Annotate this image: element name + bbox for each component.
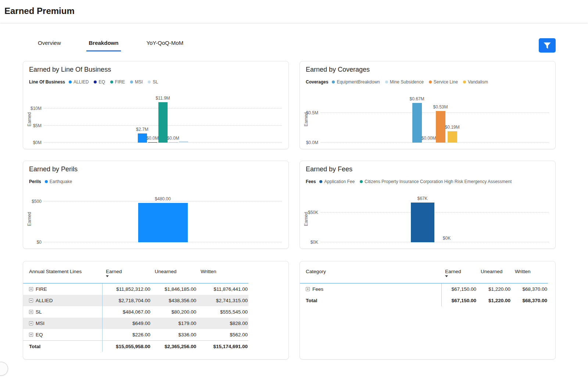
filter-button[interactable] xyxy=(539,38,556,53)
legend-label: MSI xyxy=(135,79,143,85)
bar-data-label: $0.0M xyxy=(157,136,190,141)
card-earned-by-perils: Earned by Perils Perils Earthquake Earne… xyxy=(23,161,289,249)
legend-item-earthquake[interactable]: Earthquake xyxy=(45,179,72,184)
column-header-annual-statement-lines[interactable]: Annual Statement Lines xyxy=(23,269,102,274)
y-tick-label: $500 xyxy=(5,199,42,204)
row-label: EQ xyxy=(36,332,43,337)
tab-overview[interactable]: Overview xyxy=(35,37,64,51)
legend-item-vandalism[interactable]: Vandalism xyxy=(463,79,488,85)
legend-item-application-fee[interactable]: Application Fee xyxy=(319,179,355,184)
cell-written-total: $68,370.00 xyxy=(511,295,548,306)
legend-label: EquipmentBreakdown xyxy=(337,79,380,85)
legend-color-dot xyxy=(94,81,97,83)
chart-legend: Perils Earthquake xyxy=(29,179,285,184)
app-header: Earned Premium xyxy=(0,0,588,23)
cell-unearned: $179.00 xyxy=(151,318,197,329)
column-header-unearned[interactable]: Unearned xyxy=(477,269,511,274)
legend-title: Line Of Business xyxy=(29,79,65,85)
bar-eq[interactable] xyxy=(148,142,157,143)
column-header-written[interactable]: Written xyxy=(511,269,548,274)
cell-unearned-total: $2,365,256.00 xyxy=(151,341,197,352)
column-header-written[interactable]: Written xyxy=(197,269,248,274)
table-row-eq[interactable]: EQ $226.00 $336.00 $562.00 xyxy=(23,329,248,340)
bar-data-label: $2.7M xyxy=(126,127,159,132)
column-header-label: Earned xyxy=(106,269,122,274)
column-header-label: Annual Statement Lines xyxy=(29,269,82,274)
legend-items: Earthquake xyxy=(45,179,72,184)
bar-vandalism[interactable] xyxy=(448,131,457,143)
legend-label: ALLIED xyxy=(74,79,89,85)
legend-label: Vandalism xyxy=(468,79,488,85)
legend-item-sl[interactable]: SL xyxy=(148,79,158,85)
plus-box-icon[interactable] xyxy=(306,287,310,291)
cell-written: $2,741,315.00 xyxy=(197,295,248,306)
legend-item-eq[interactable]: EQ xyxy=(94,79,105,85)
card-earned-by-line-of-business: Earned by Line Of Business Line Of Busin… xyxy=(23,61,289,149)
bar-earthquake[interactable] xyxy=(138,203,188,242)
tab-bar: Overview Breakdown YoY-QoQ-MoM xyxy=(35,37,186,51)
chart-title: Earned by Perils xyxy=(29,165,78,173)
cell-earned-total: $67,150.00 xyxy=(441,295,477,306)
cell-unearned: $1,220.00 xyxy=(477,283,511,295)
column-header-unearned[interactable]: Unearned xyxy=(151,269,197,274)
tab-breakdown[interactable]: Breakdown xyxy=(86,37,121,51)
legend-item-equipmentbreakdown[interactable]: EquipmentBreakdown xyxy=(332,79,380,85)
cell-earned: $226.00 xyxy=(102,329,151,340)
gridline xyxy=(320,242,549,242)
legend-item-fire[interactable]: FIRE xyxy=(110,79,125,85)
column-header-earned[interactable]: Earned xyxy=(102,269,151,277)
row-label-total: Total xyxy=(23,344,102,349)
plus-box-icon[interactable] xyxy=(29,333,33,337)
cell-written: $68,370.00 xyxy=(511,283,548,295)
chart-area: Earned $0K$50K$67K$0K xyxy=(306,196,549,242)
annual-statement-table: Annual Statement Lines Earned Unearned W… xyxy=(23,264,248,352)
chart-title: Earned by Line Of Business xyxy=(29,66,111,74)
column-header-category[interactable]: Category xyxy=(300,269,441,274)
row-label: ALLIED xyxy=(36,298,53,303)
legend-items: EquipmentBreakdownMine SubsidenceService… xyxy=(332,79,488,85)
caret-down-icon xyxy=(106,275,109,277)
y-tick-label: $0M xyxy=(5,140,42,146)
legend-title: Coverages xyxy=(306,79,328,85)
cell-unearned: $438,356.00 xyxy=(151,295,197,306)
table-row-allied[interactable]: ALLIED $2,718,704.00 $438,356.00 $2,741,… xyxy=(23,295,248,306)
column-header-earned[interactable]: Earned xyxy=(441,269,477,277)
cell-written-total: $15,174,691.00 xyxy=(197,341,248,352)
cell-written: $11,876,441.00 xyxy=(197,283,248,295)
cell-unearned: $80,200.00 xyxy=(151,306,197,318)
row-label: FIRE xyxy=(36,286,47,292)
bar-mine-subsidence[interactable] xyxy=(424,142,434,143)
bar-msi[interactable] xyxy=(169,142,178,143)
card-earned-by-coverages: Earned by Coverages Coverages EquipmentB… xyxy=(300,61,556,149)
bar-data-label: $480.00 xyxy=(146,196,179,201)
tab-yoy-qoq-mom[interactable]: YoY-QoQ-MoM xyxy=(144,37,186,51)
legend-item-msi[interactable]: MSI xyxy=(130,79,143,85)
legend-color-dot xyxy=(463,81,466,83)
legend-item-mine-subsidence[interactable]: Mine Subsidence xyxy=(385,79,424,85)
legend-item-allied[interactable]: ALLIED xyxy=(69,79,89,85)
bar-data-label: $11.9M xyxy=(146,96,179,101)
plus-box-icon[interactable] xyxy=(29,287,33,291)
bar-sl[interactable] xyxy=(179,141,188,143)
column-header-label: Earned xyxy=(445,269,461,274)
legend-items: ALLIEDEQFIREMSISL xyxy=(69,79,158,85)
bar-data-label: $0.53M xyxy=(424,104,457,110)
legend-item-citizens-property-insurance-corporation-high-risk-emergency-assessment[interactable]: Citizens Property Insurance Corporation … xyxy=(360,179,512,184)
caret-down-icon xyxy=(445,275,448,277)
table-row-msi[interactable]: MSI $649.00 $179.00 $828.00 xyxy=(23,318,248,329)
table-row-sl[interactable]: SL $484,067.00 $80,200.00 $555,545.00 xyxy=(23,306,248,318)
plus-box-icon[interactable] xyxy=(29,321,33,325)
table-row-fire[interactable]: FIRE $11,852,312.00 $1,846,185.00 $11,87… xyxy=(23,283,248,295)
plus-box-icon[interactable] xyxy=(29,299,33,303)
cell-unearned-total: $1,220.00 xyxy=(477,295,511,306)
chart-area: Earned $0.0M$0.5M$0.67M$0.00M$0.53M$0.19… xyxy=(306,96,549,143)
row-label: MSI xyxy=(36,321,44,326)
legend-color-dot xyxy=(385,81,388,83)
page-nav-bubble[interactable] xyxy=(0,362,8,376)
legend-color-dot xyxy=(319,180,322,183)
y-tick-label: $5M xyxy=(5,123,42,129)
table-row-fees[interactable]: Fees $67,150.00 $1,220.00 $68,370.00 xyxy=(300,283,548,295)
legend-label: Mine Subsidence xyxy=(390,79,424,85)
plus-box-icon[interactable] xyxy=(29,310,33,314)
legend-item-service-line[interactable]: Service Line xyxy=(429,79,458,85)
